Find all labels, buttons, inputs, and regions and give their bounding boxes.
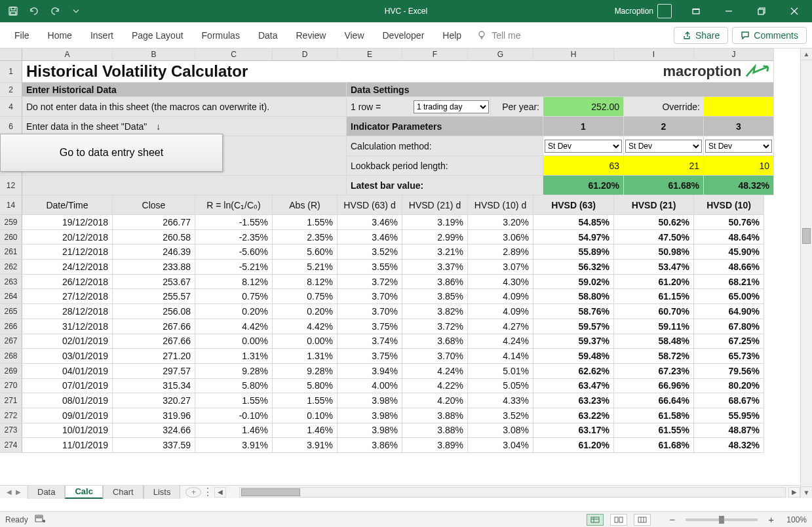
cell[interactable]: 4.09%: [468, 304, 533, 319]
cell[interactable]: 48.32%: [694, 438, 764, 453]
select-all-corner[interactable]: [0, 49, 22, 61]
cell[interactable]: 50.76%: [694, 215, 764, 230]
tab-developer[interactable]: Developer: [374, 22, 434, 49]
zoom-in-button[interactable]: +: [768, 514, 774, 525]
cell[interactable]: 59.37%: [533, 334, 614, 349]
cell[interactable]: 56.32%: [533, 260, 614, 275]
save-icon[interactable]: [5, 3, 21, 19]
cell[interactable]: 26/12/2018: [22, 275, 113, 290]
row-hdr[interactable]: 261: [0, 244, 22, 260]
cell[interactable]: 4.24%: [402, 364, 468, 379]
cell[interactable]: 5.60%: [273, 244, 338, 260]
cell[interactable]: 5.05%: [468, 379, 533, 394]
tab-file[interactable]: File: [5, 22, 39, 49]
tab-review[interactable]: Review: [287, 22, 336, 49]
cell[interactable]: 0.75%: [273, 289, 338, 304]
cell[interactable]: 08/01/2019: [22, 393, 113, 408]
cell[interactable]: 58.76%: [533, 304, 614, 319]
tab-data[interactable]: Data: [249, 22, 287, 49]
cell[interactable]: 3.37%: [402, 260, 468, 275]
cell[interactable]: 24/12/2018: [22, 260, 113, 275]
cell[interactable]: 04/01/2019: [22, 364, 113, 379]
cell[interactable]: 59.02%: [533, 275, 614, 290]
cell[interactable]: 320.27: [113, 393, 195, 408]
cell[interactable]: 55.89%: [533, 244, 614, 260]
cell[interactable]: 3.98%: [338, 408, 402, 423]
cell[interactable]: 58.72%: [614, 349, 694, 364]
minimize-button[interactable]: [714, 0, 744, 22]
sheet-tab-data[interactable]: Data: [28, 486, 65, 499]
cell[interactable]: 3.20%: [468, 215, 533, 230]
method-select-2[interactable]: St Dev: [625, 140, 702, 153]
sheet-prev-icon[interactable]: ◀: [7, 488, 12, 496]
cell[interactable]: 4.27%: [468, 319, 533, 334]
cell[interactable]: 54.85%: [533, 215, 614, 230]
tab-insert[interactable]: Insert: [81, 22, 123, 49]
cell[interactable]: 3.75%: [338, 319, 402, 334]
cell[interactable]: 5.80%: [195, 379, 273, 394]
tab-formulas[interactable]: Formulas: [193, 22, 249, 49]
cell[interactable]: 4.14%: [468, 349, 533, 364]
cell[interactable]: 61.20%: [533, 438, 614, 453]
cell[interactable]: 48.87%: [694, 423, 764, 439]
cell[interactable]: 3.70%: [402, 349, 468, 364]
cell[interactable]: 67.23%: [614, 364, 694, 379]
cell[interactable]: 255.57: [113, 289, 195, 304]
row-hdr[interactable]: 274: [0, 438, 22, 453]
sheet-tab-calc[interactable]: Calc: [65, 486, 102, 499]
row-unit-select[interactable]: 1 trading day: [414, 100, 489, 113]
cell[interactable]: 260.58: [113, 230, 195, 245]
row-hdr[interactable]: 266: [0, 319, 22, 334]
cell[interactable]: 319.96: [113, 408, 195, 423]
cell[interactable]: 09/01/2019: [22, 408, 113, 423]
cell[interactable]: 3.04%: [468, 438, 533, 453]
cell[interactable]: 3.46%: [338, 215, 402, 230]
row-hdr[interactable]: 270: [0, 379, 22, 394]
cell[interactable]: 61.20%: [614, 275, 694, 290]
cell[interactable]: 0.20%: [195, 304, 273, 319]
cell[interactable]: 54.97%: [533, 230, 614, 245]
macro-recorder-icon[interactable]: [35, 514, 45, 525]
sheet-tab-chart[interactable]: Chart: [103, 486, 144, 499]
cell[interactable]: 4.33%: [468, 393, 533, 408]
cell[interactable]: 3.46%: [338, 230, 402, 245]
cell[interactable]: 324.66: [113, 423, 195, 439]
cell[interactable]: 315.34: [113, 379, 195, 394]
row-hdr[interactable]: 269: [0, 364, 22, 379]
col-D[interactable]: D: [273, 49, 338, 61]
per-year-value[interactable]: 252.00: [543, 97, 624, 117]
cell[interactable]: 63.47%: [533, 379, 614, 394]
cell[interactable]: 19/12/2018: [22, 215, 113, 230]
row-hdr[interactable]: 273: [0, 423, 22, 439]
cell[interactable]: -2.35%: [195, 230, 273, 245]
cell[interactable]: 246.39: [113, 244, 195, 260]
cell[interactable]: 9.28%: [273, 364, 338, 379]
scroll-thumb[interactable]: [802, 228, 811, 244]
cell[interactable]: 267.66: [113, 334, 195, 349]
close-button[interactable]: [779, 0, 809, 22]
cell[interactable]: 66.64%: [614, 393, 694, 408]
horizontal-scrollbar[interactable]: [239, 487, 786, 498]
cell[interactable]: 3.86%: [338, 438, 402, 453]
col-A[interactable]: A: [22, 49, 113, 61]
cell[interactable]: 2.35%: [273, 230, 338, 245]
cell[interactable]: 8.12%: [273, 275, 338, 290]
cell[interactable]: 3.70%: [338, 304, 402, 319]
hscroll-thumb[interactable]: [241, 488, 300, 496]
cell[interactable]: 3.94%: [338, 364, 402, 379]
tab-page-layout[interactable]: Page Layout: [123, 22, 193, 49]
cell[interactable]: 3.55%: [338, 260, 402, 275]
row-hdr[interactable]: 268: [0, 349, 22, 364]
cell[interactable]: 4.22%: [402, 379, 468, 394]
method-select-1[interactable]: St Dev: [545, 140, 622, 153]
cell[interactable]: 3.72%: [402, 319, 468, 334]
zoom-slider[interactable]: [686, 518, 758, 521]
hscroll-right-icon[interactable]: ▶: [788, 487, 800, 498]
cell[interactable]: 65.73%: [694, 349, 764, 364]
cell[interactable]: 8.12%: [195, 275, 273, 290]
cell[interactable]: 5.80%: [273, 379, 338, 394]
cell[interactable]: 3.19%: [402, 215, 468, 230]
cell[interactable]: 337.59: [113, 438, 195, 453]
tab-view[interactable]: View: [335, 22, 373, 49]
override-input[interactable]: [704, 97, 774, 117]
